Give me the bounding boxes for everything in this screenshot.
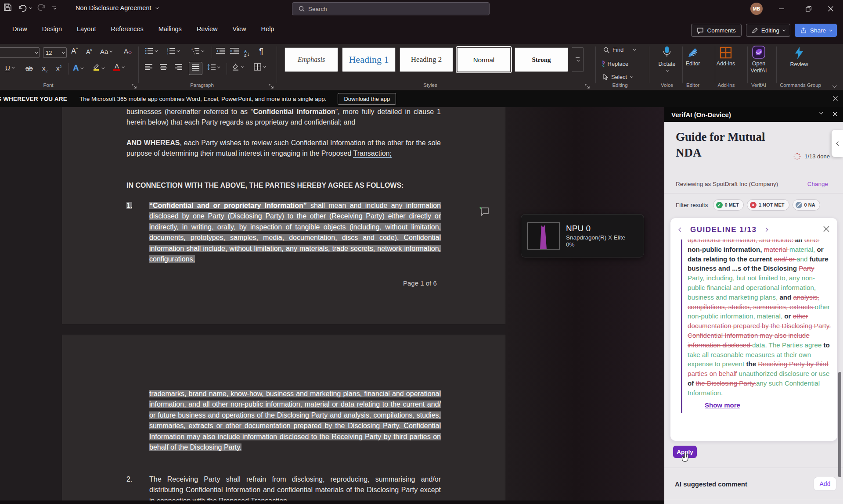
- styles-more-button[interactable]: [572, 47, 584, 72]
- undo-button[interactable]: [18, 4, 31, 12]
- panel-scrollbar-thumb[interactable]: [838, 372, 841, 477]
- undo-dropdown-icon[interactable]: [29, 6, 32, 9]
- banner-text: The Microsoft 365 mobile app combines Wo…: [79, 96, 327, 102]
- customize-toolbar-icon[interactable]: [52, 7, 56, 10]
- title-dropdown-icon[interactable]: [156, 6, 159, 9]
- multilevel-list-button[interactable]: 1ai: [191, 47, 203, 54]
- document-page-2[interactable]: trademarks, brand name, know-how, busine…: [62, 335, 505, 504]
- increase-indent-button[interactable]: [230, 47, 239, 56]
- numbering-button[interactable]: 123: [167, 47, 179, 54]
- save-icon[interactable]: [4, 3, 12, 13]
- dictate-button[interactable]: Dictate: [654, 46, 680, 72]
- styles-dialog-launcher[interactable]: [585, 82, 590, 88]
- collapse-ribbon-icon[interactable]: [832, 82, 836, 89]
- review-command-button[interactable]: Review: [786, 46, 812, 68]
- filter-results-row: Filter results ✓0 MET ×1 NOT MET 0 NA: [676, 199, 820, 211]
- sort-button[interactable]: AZ ↓: [244, 46, 250, 57]
- subscript-button[interactable]: x2: [42, 64, 48, 73]
- guideline-nav-label: GUIDELINE 1/13: [690, 225, 757, 234]
- find-button[interactable]: Find: [603, 46, 635, 53]
- redline-container[interactable]: operational information, and include all…: [681, 239, 831, 413]
- borders-button[interactable]: [254, 63, 265, 71]
- tab-help[interactable]: Help: [261, 25, 274, 34]
- decrease-indent-button[interactable]: [216, 47, 225, 56]
- tab-review[interactable]: Review: [197, 25, 218, 34]
- bullets-button[interactable]: [145, 47, 157, 54]
- editing-mode-button[interactable]: Editing: [746, 24, 790, 37]
- font-dialog-launcher[interactable]: [132, 82, 137, 88]
- font-name-combo[interactable]: [0, 47, 40, 58]
- tab-view[interactable]: View: [232, 25, 246, 34]
- doc-item-2-number: 2.: [126, 474, 132, 485]
- ai-comment-label: AI suggested comment: [675, 480, 747, 488]
- doc-heading: IN CONNECTION WITH THE ABOVE, THE PARTIE…: [126, 180, 441, 191]
- redo-button[interactable]: [37, 4, 46, 13]
- text-effects-button[interactable]: A: [73, 63, 83, 73]
- open-verifai-button[interactable]: Open VerifAI: [747, 46, 770, 74]
- tab-layout[interactable]: Layout: [77, 25, 96, 34]
- font-color-button[interactable]: A: [113, 63, 124, 71]
- bottom-strip: [0, 500, 664, 504]
- document-canvas[interactable]: each other's business, assets, financial…: [0, 107, 664, 504]
- tab-draw[interactable]: Draw: [12, 25, 27, 34]
- replace-button[interactable]: bc Replace: [602, 61, 628, 67]
- styles-gallery: Emphasis Heading 1 Heading 2 Normal Stro…: [285, 47, 584, 72]
- share-icon: [800, 27, 807, 34]
- align-center-button[interactable]: [160, 64, 167, 72]
- share-button[interactable]: Share: [795, 24, 837, 37]
- filter-pill-na[interactable]: 0 NA: [793, 199, 820, 211]
- tab-mailings[interactable]: Mailings: [159, 25, 182, 34]
- highlight-color-button[interactable]: [92, 63, 104, 73]
- guideline-next-icon[interactable]: [764, 228, 768, 232]
- line-spacing-button[interactable]: [207, 64, 219, 70]
- justify-button[interactable]: [189, 62, 202, 75]
- style-emphasis[interactable]: Emphasis: [285, 47, 338, 72]
- filter-pill-not-met[interactable]: ×1 NOT MET: [747, 199, 789, 211]
- strikethrough-button[interactable]: ab: [25, 64, 33, 72]
- shading-button[interactable]: [232, 63, 243, 71]
- add-comment-button[interactable]: Add: [814, 477, 836, 491]
- comments-button[interactable]: Comments: [691, 24, 741, 37]
- guideline-prev-icon[interactable]: [679, 228, 683, 232]
- replace-icon: bc: [602, 61, 605, 67]
- tab-references[interactable]: References: [111, 25, 144, 34]
- select-button[interactable]: Select: [603, 74, 632, 80]
- change-case-button[interactable]: Aa: [100, 48, 112, 55]
- avatar[interactable]: MB: [750, 3, 763, 15]
- editor-button[interactable]: Editor: [683, 46, 702, 68]
- pilcrow-button[interactable]: ¶: [259, 47, 263, 56]
- font-size-combo[interactable]: 12: [43, 47, 67, 58]
- addins-button[interactable]: Add-ins: [715, 46, 737, 68]
- show-more-link[interactable]: Show more: [705, 401, 740, 409]
- style-heading1[interactable]: Heading 1: [342, 47, 396, 72]
- add-comment-icon[interactable]: [479, 207, 490, 218]
- restore-button[interactable]: [796, 0, 821, 18]
- doc-item-1: 1. “Confidential and or proprietary Info…: [126, 200, 441, 265]
- filter-pill-met[interactable]: ✓0 MET: [713, 199, 744, 211]
- document-page-1[interactable]: each other's business, assets, financial…: [62, 107, 505, 324]
- document-title[interactable]: Non Disclosure Agreement: [76, 4, 158, 11]
- tab-design[interactable]: Design: [42, 25, 62, 34]
- shrink-font-button[interactable]: Av: [86, 48, 92, 55]
- minimize-button[interactable]: [769, 0, 794, 18]
- quick-access-toolbar: [4, 3, 56, 13]
- change-link[interactable]: Change: [807, 181, 828, 187]
- superscript-button[interactable]: x2: [56, 64, 62, 72]
- underline-button[interactable]: U: [5, 64, 14, 71]
- banner-close-icon[interactable]: [833, 95, 838, 103]
- paragraph-dialog-launcher[interactable]: [269, 82, 274, 88]
- download-app-button[interactable]: Download the app: [338, 93, 396, 105]
- close-button[interactable]: [818, 0, 843, 18]
- guideline-close-icon[interactable]: [823, 225, 829, 234]
- ribbon: 12 A^ Av Aa A◇ U ab x2 x2 A A Font: [0, 44, 843, 90]
- panel-close-icon[interactable]: [832, 111, 838, 117]
- panel-expand-tab[interactable]: [832, 130, 843, 157]
- search-input[interactable]: Search: [292, 2, 490, 15]
- grow-font-button[interactable]: A^: [71, 47, 78, 56]
- style-heading2[interactable]: Heading 2: [400, 47, 453, 72]
- align-left-button[interactable]: [145, 64, 152, 72]
- clear-formatting-button[interactable]: A◇: [124, 47, 132, 55]
- align-right-button[interactable]: [175, 64, 182, 72]
- style-strong[interactable]: Strong: [515, 47, 568, 72]
- style-normal[interactable]: Normal: [457, 47, 511, 72]
